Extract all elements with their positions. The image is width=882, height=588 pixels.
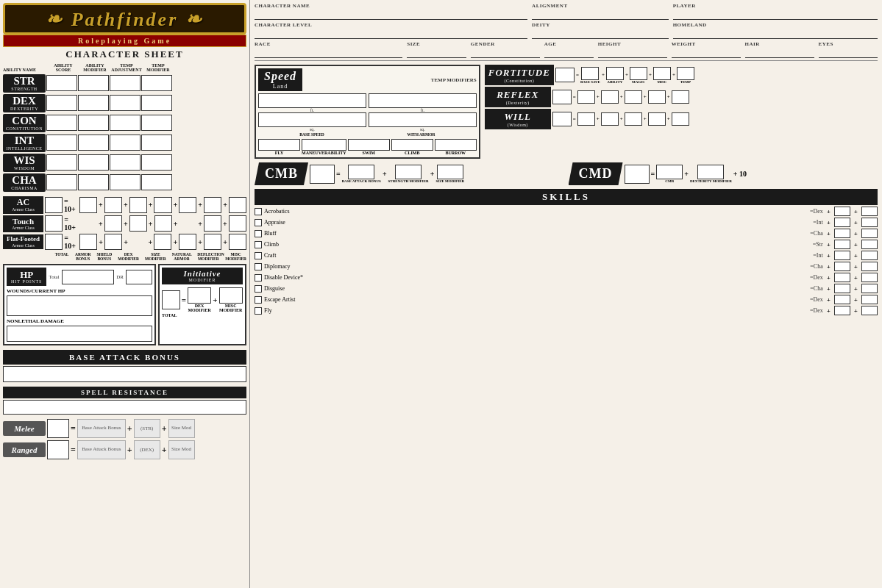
gender-input[interactable] — [471, 48, 540, 58]
int-temp-adj[interactable] — [110, 135, 141, 151]
will-total[interactable] — [552, 112, 572, 126]
skill-check-craft[interactable] — [255, 252, 262, 259]
skill-box-disable[interactable] — [834, 273, 850, 282]
wis-modifier[interactable] — [78, 154, 109, 171]
str-modifier[interactable] — [78, 75, 109, 91]
flat-natural[interactable] — [179, 234, 196, 250]
reflex-total[interactable] — [552, 90, 572, 104]
will-misc[interactable] — [648, 112, 666, 126]
char-name-input[interactable] — [255, 10, 527, 20]
skill-box-craft2[interactable] — [861, 251, 878, 260]
cha-modifier[interactable] — [78, 174, 109, 190]
ac-shield[interactable] — [104, 197, 122, 213]
skill-box-diplomacy[interactable] — [834, 262, 850, 271]
skill-box-disguise[interactable] — [834, 284, 850, 293]
touch-size[interactable] — [154, 215, 172, 232]
cmd-total[interactable] — [625, 165, 650, 184]
str-score[interactable] — [46, 75, 77, 91]
cmd-dex[interactable] — [697, 165, 724, 179]
will-ability[interactable] — [601, 112, 619, 126]
ac-dex[interactable] — [129, 197, 147, 213]
spell-box[interactable] — [3, 400, 246, 415]
flat-size[interactable] — [154, 234, 171, 250]
int-score[interactable] — [46, 135, 77, 151]
char-level-input[interactable] — [255, 29, 527, 39]
speed-burrow[interactable] — [435, 139, 477, 151]
height-input[interactable] — [598, 48, 667, 58]
skill-box-escape[interactable] — [834, 295, 850, 304]
deity-input[interactable] — [532, 29, 669, 39]
ac-misc[interactable] — [229, 197, 246, 213]
skill-box-fly2[interactable] — [861, 306, 878, 315]
hp-wounds[interactable] — [7, 295, 152, 316]
skill-box-acrobatics2[interactable] — [861, 207, 878, 216]
fort-total[interactable] — [555, 68, 575, 82]
wis-temp-adj[interactable] — [110, 154, 141, 171]
alignment-input[interactable] — [532, 10, 669, 20]
wis-score[interactable] — [46, 154, 77, 171]
cmb-total[interactable] — [310, 165, 335, 184]
size-input[interactable] — [407, 48, 466, 58]
speed-climb[interactable] — [391, 139, 433, 151]
ac-armor[interactable] — [79, 197, 97, 213]
con-modifier[interactable] — [78, 115, 109, 131]
speed-armor-sq[interactable] — [369, 112, 477, 127]
str-temp-adj[interactable] — [110, 75, 141, 91]
ac-natural[interactable] — [179, 197, 196, 213]
skill-check-bluff[interactable] — [255, 230, 262, 237]
skill-check-disable[interactable] — [255, 274, 262, 282]
con-score[interactable] — [46, 115, 77, 131]
skill-box-fly[interactable] — [834, 306, 850, 315]
flat-armor[interactable] — [79, 234, 97, 250]
reflex-magic[interactable] — [625, 90, 642, 104]
ac-total[interactable] — [45, 197, 63, 213]
skill-check-fly[interactable] — [255, 307, 262, 315]
age-input[interactable] — [544, 48, 594, 58]
skill-box-disable2[interactable] — [861, 273, 878, 282]
hp-nonlethal[interactable] — [7, 326, 152, 342]
touch-deflection[interactable] — [204, 215, 221, 232]
skill-box-climb[interactable] — [834, 240, 850, 249]
cha-temp-adj[interactable] — [110, 174, 141, 190]
skill-box-bluff[interactable] — [834, 229, 850, 238]
ranged-total[interactable] — [47, 440, 69, 459]
con-temp-adj[interactable] — [110, 115, 141, 131]
skill-check-escape[interactable] — [255, 296, 262, 304]
speed-maneuver[interactable] — [302, 139, 346, 151]
touch-shield[interactable] — [104, 215, 122, 232]
speed-armor-ft[interactable] — [369, 93, 477, 108]
skill-check-diplomacy[interactable] — [255, 263, 262, 270]
wis-temp-mod[interactable] — [141, 154, 172, 171]
speed-fly[interactable] — [258, 139, 300, 151]
dex-modifier[interactable] — [78, 95, 109, 111]
cmb-size[interactable] — [437, 165, 463, 179]
dex-temp-mod[interactable] — [141, 95, 172, 111]
fort-magic[interactable] — [630, 67, 647, 80]
reflex-temp[interactable] — [672, 90, 689, 104]
touch-dex[interactable] — [129, 215, 147, 232]
flat-shield[interactable] — [104, 234, 122, 250]
will-base[interactable] — [577, 112, 595, 126]
str-temp-mod[interactable] — [141, 75, 172, 91]
flat-total[interactable] — [45, 234, 63, 250]
ac-size[interactable] — [154, 197, 171, 213]
dex-score[interactable] — [46, 95, 77, 111]
skill-box-appraise2[interactable] — [861, 218, 878, 227]
touch-misc[interactable] — [229, 215, 246, 232]
hp-dr[interactable] — [126, 270, 152, 284]
cha-score[interactable] — [46, 174, 77, 190]
cmb-bab[interactable] — [348, 165, 374, 179]
speed-land-sq[interactable] — [258, 112, 366, 127]
skill-box-acrobatics[interactable] — [834, 207, 850, 216]
skill-check-climb[interactable] — [255, 241, 262, 248]
init-dex[interactable] — [188, 287, 211, 304]
melee-total[interactable] — [47, 419, 69, 438]
will-temp[interactable] — [672, 112, 689, 126]
eyes-input[interactable] — [819, 48, 878, 58]
fort-base[interactable] — [581, 67, 599, 80]
cmd-cmb[interactable] — [656, 165, 683, 179]
dex-temp-adj[interactable] — [110, 95, 141, 111]
int-temp-mod[interactable] — [141, 135, 172, 151]
will-magic[interactable] — [625, 112, 642, 126]
ac-deflection[interactable] — [204, 197, 221, 213]
